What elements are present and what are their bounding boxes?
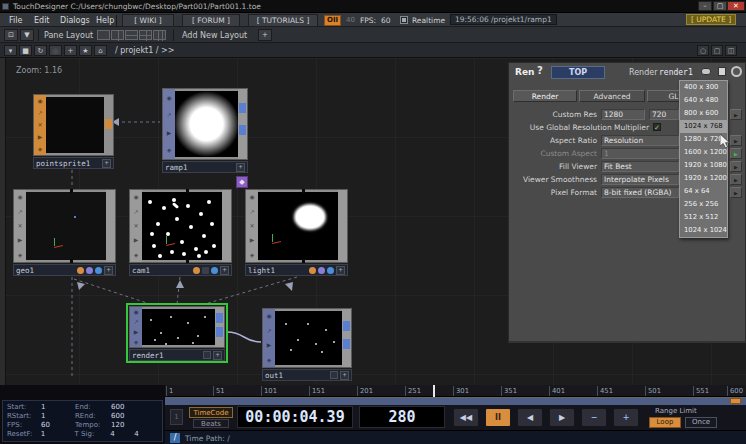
viewer-flag-dot[interactable] bbox=[327, 267, 334, 274]
node-name[interactable]: render1 bbox=[132, 351, 201, 360]
custom-res-width-field[interactable]: 1280 bbox=[601, 109, 645, 120]
render-flag-dot[interactable] bbox=[77, 267, 84, 274]
top-output-connector[interactable] bbox=[216, 327, 223, 337]
node-render1[interactable]: ◉ ↗ ▶ ◈ bbox=[129, 306, 225, 348]
stop-icon[interactable]: ■ bbox=[19, 45, 32, 56]
node-flag-icon[interactable]: ◈ bbox=[18, 252, 23, 258]
pause-button[interactable]: II bbox=[485, 408, 511, 427]
viewer-flag-dot[interactable] bbox=[211, 267, 218, 274]
menu-item[interactable]: 512 x 512 bbox=[680, 211, 727, 224]
node-flag-icon[interactable]: ✕ bbox=[133, 223, 138, 229]
node-flag-icon[interactable]: ▶ bbox=[167, 130, 172, 136]
output-connector[interactable] bbox=[70, 259, 73, 263]
resetf-value[interactable]: 1 bbox=[41, 430, 75, 439]
top-input-connector[interactable] bbox=[343, 321, 350, 331]
node-name[interactable]: light1 bbox=[248, 266, 307, 275]
node-expand-button[interactable]: + bbox=[236, 163, 245, 172]
time-path-label[interactable]: Time Path: / bbox=[185, 434, 230, 443]
maximize-button[interactable]: ▢ bbox=[713, 1, 727, 11]
custom-res-height-field[interactable]: 720 bbox=[649, 109, 679, 120]
layout-preset-button[interactable] bbox=[153, 30, 166, 40]
output-connector[interactable] bbox=[302, 259, 305, 263]
display-flag-dot[interactable] bbox=[202, 267, 209, 274]
play-forward-button[interactable]: ▶ bbox=[549, 408, 575, 427]
display-flag-dot[interactable] bbox=[318, 267, 325, 274]
layout-preset-button[interactable] bbox=[97, 30, 110, 40]
pane-monitor-icon[interactable]: ⊡ bbox=[4, 29, 18, 41]
menu-file[interactable]: File bbox=[6, 15, 25, 26]
node-flag-icon[interactable]: ↗ bbox=[133, 319, 138, 325]
node-flag-icon[interactable]: ↗ bbox=[166, 112, 171, 118]
input-connector[interactable] bbox=[70, 189, 73, 193]
node-light1[interactable]: ◉ ↗ ✕ ▶ ◈ bbox=[245, 189, 348, 263]
menu-item[interactable]: 64 x 64 bbox=[680, 185, 727, 198]
node-flag-icon[interactable]: ▶ bbox=[267, 342, 272, 348]
custom-aspect-field[interactable]: 1 bbox=[601, 148, 679, 159]
tab-render[interactable]: Render bbox=[513, 90, 577, 102]
rend-value[interactable]: 600 bbox=[111, 412, 135, 421]
node-button[interactable] bbox=[330, 371, 338, 379]
pixel-format-arrow-button[interactable]: ▶ bbox=[730, 187, 742, 198]
top-output-connector[interactable] bbox=[239, 125, 246, 135]
node-flag-icon[interactable]: ✕ bbox=[37, 122, 42, 128]
node-viewer[interactable] bbox=[175, 91, 238, 157]
node-expand-button[interactable]: + bbox=[336, 266, 345, 275]
node-name[interactable]: out1 bbox=[265, 371, 328, 380]
fps-value[interactable]: 60 bbox=[381, 16, 391, 25]
menu-item[interactable]: 1024 x 1024 bbox=[680, 224, 727, 237]
timeline-ruler[interactable]: 1 51 101 151 201 251 301 351 401 451 501… bbox=[165, 385, 746, 397]
tsig-denominator[interactable]: 4 bbox=[134, 430, 158, 439]
pane-maximize-icon[interactable]: ▢ bbox=[711, 45, 723, 56]
menu-item[interactable]: 800 x 600 bbox=[680, 107, 727, 120]
fill-viewer-dropdown[interactable]: Fit Best bbox=[601, 161, 679, 172]
node-name[interactable]: cam1 bbox=[132, 266, 191, 275]
menu-item[interactable]: 1920 x 1200 bbox=[680, 172, 727, 185]
node-flag-icon[interactable]: ↗ bbox=[133, 209, 138, 215]
aspect-ratio-dropdown[interactable]: Resolution bbox=[601, 135, 679, 146]
input-connector[interactable] bbox=[186, 189, 189, 193]
layout-preset-button[interactable] bbox=[125, 30, 138, 40]
node-viewer[interactable] bbox=[258, 192, 338, 260]
node-flag-icon[interactable]: ◉ bbox=[133, 194, 138, 200]
timeline-options-button[interactable]: 1 bbox=[170, 409, 183, 425]
node-flag-icon[interactable]: ◉ bbox=[266, 313, 271, 319]
comment-icon[interactable] bbox=[701, 68, 711, 75]
frame-increment-button[interactable]: + bbox=[613, 408, 639, 427]
breadcrumb[interactable]: / projekt1 / >> bbox=[115, 46, 175, 55]
performance-badge[interactable]: OII bbox=[324, 15, 341, 26]
copy-icon[interactable] bbox=[718, 67, 726, 76]
node-expand-button[interactable]: + bbox=[102, 159, 111, 168]
add-icon[interactable]: + bbox=[64, 45, 77, 56]
node-flag-icon[interactable]: ✕ bbox=[17, 223, 22, 229]
node-expand-button[interactable]: + bbox=[213, 351, 222, 360]
node-expand-button[interactable]: + bbox=[340, 371, 349, 380]
node-flag-icon[interactable]: ↗ bbox=[266, 328, 271, 334]
menu-dialogs[interactable]: Dialogs bbox=[57, 15, 93, 26]
settings-gear-icon[interactable] bbox=[731, 66, 742, 77]
node-flag-icon[interactable]: ▶ bbox=[38, 134, 43, 140]
node-viewer[interactable] bbox=[142, 309, 215, 345]
top-output-connector[interactable] bbox=[216, 313, 223, 323]
mat-output-connector[interactable] bbox=[105, 119, 112, 129]
menu-item-highlighted[interactable]: 1024 x 768 bbox=[680, 120, 727, 133]
tab-advanced[interactable]: Advanced bbox=[579, 90, 645, 102]
top-output-connector[interactable] bbox=[239, 103, 246, 113]
node-flag-icon[interactable]: ▶ bbox=[134, 329, 139, 335]
realtime-checkbox[interactable] bbox=[400, 16, 408, 24]
node-flag-icon[interactable]: ↗ bbox=[17, 209, 22, 215]
bookmark-star-icon[interactable]: ★ bbox=[79, 45, 92, 56]
node-flag-icon[interactable]: ◈ bbox=[38, 146, 43, 152]
node-cam1[interactable]: ◉ ↗ ✕ ▶ ◈ bbox=[129, 189, 232, 263]
timecode-mode-button[interactable]: TimeCode bbox=[189, 407, 233, 418]
node-expand-button[interactable]: + bbox=[220, 266, 229, 275]
start-value[interactable]: 1 bbox=[41, 403, 75, 412]
smoothness-dropdown[interactable]: Interpolate Pixels bbox=[601, 174, 679, 185]
realtime-label[interactable]: Realtime bbox=[412, 16, 445, 25]
node-flag-icon[interactable]: ◉ bbox=[166, 95, 171, 101]
once-button[interactable]: Once bbox=[685, 417, 717, 428]
node-flag-icon[interactable]: ↗ bbox=[249, 209, 254, 215]
node-flag-icon[interactable]: ◈ bbox=[250, 252, 255, 258]
node-flag-icon[interactable]: ◉ bbox=[133, 309, 138, 315]
wiki-button[interactable]: [ WIKI ] bbox=[122, 14, 174, 27]
node-flag-icon[interactable]: ◉ bbox=[17, 194, 22, 200]
